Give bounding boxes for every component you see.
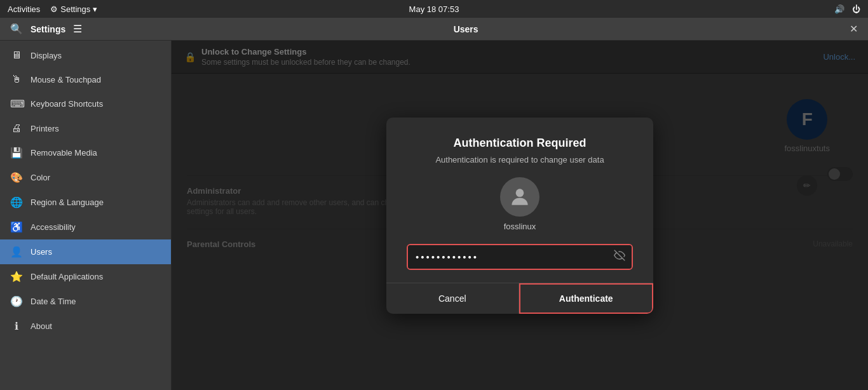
sidebar-item-removable-media[interactable]: 💾 Removable Media: [0, 140, 171, 165]
eye-toggle-button[interactable]: [614, 250, 625, 264]
displays-icon: 🖥: [10, 50, 23, 61]
about-icon: ℹ: [10, 320, 23, 332]
settings-menu[interactable]: ⚙ Settings ▾: [50, 4, 97, 14]
modal-overlay: Authentication Required Authentication i…: [172, 41, 868, 390]
top-bar-right: 🔊 ⏻: [834, 4, 860, 14]
close-button[interactable]: ✕: [850, 23, 858, 35]
top-bar-left: Activities ⚙ Settings ▾: [8, 4, 97, 14]
mouse-icon: 🖱: [10, 74, 23, 85]
power-icon[interactable]: ⏻: [852, 4, 860, 14]
content-area: 🖥 Displays 🖱 Mouse & Touchpad ⌨ Keyboard…: [0, 41, 868, 390]
modal-footer: Cancel Authenticate: [386, 283, 653, 314]
cancel-button[interactable]: Cancel: [386, 283, 519, 314]
accessibility-icon: ♿: [10, 221, 23, 233]
modal-body: Authentication Required Authentication i…: [386, 118, 653, 270]
sidebar-item-date-time[interactable]: 🕐 Date & Time: [0, 289, 171, 314]
settings-menu-label: Settings: [60, 4, 90, 14]
sidebar-item-label: Removable Media: [31, 148, 97, 158]
gear-icon: ⚙: [50, 4, 58, 14]
sidebar-item-label: Region & Language: [31, 198, 104, 207]
title-bar-left: 🔍 Settings ☰: [10, 23, 82, 35]
sidebar-item-keyboard[interactable]: ⌨ Keyboard Shortcuts: [0, 91, 171, 116]
sidebar-item-label: Color: [31, 173, 50, 182]
modal-subtitle: Authentication is required to change use…: [407, 155, 633, 165]
sidebar-item-label: Default Applications: [31, 272, 103, 281]
printer-icon: 🖨: [10, 123, 23, 134]
sidebar-item-label: Mouse & Touchpad: [31, 75, 101, 84]
modal-username: fosslinux: [407, 222, 633, 231]
eye-icon: [614, 252, 625, 263]
sound-icon: 🔊: [834, 4, 844, 14]
sidebar-item-label: Users: [31, 247, 52, 257]
sidebar-item-label: Displays: [31, 51, 62, 60]
user-silhouette-icon: [508, 185, 532, 209]
activities-button[interactable]: Activities: [8, 4, 40, 14]
password-input[interactable]: [408, 245, 632, 269]
datetime-icon: 🕐: [10, 295, 23, 307]
sidebar-item-label: Accessibility: [31, 222, 76, 232]
datetime-display: May 18 07:53: [409, 4, 459, 14]
sidebar: 🖥 Displays 🖱 Mouse & Touchpad ⌨ Keyboard…: [0, 41, 172, 390]
removable-icon: 💾: [10, 147, 23, 159]
sidebar-item-default-apps[interactable]: ⭐ Default Applications: [0, 264, 171, 289]
modal-title: Authentication Required: [407, 137, 633, 150]
password-field-wrapper: [407, 244, 633, 270]
auth-modal: Authentication Required Authentication i…: [386, 118, 653, 314]
sidebar-item-users[interactable]: 👤 Users: [0, 239, 171, 264]
sidebar-item-label: Printers: [31, 124, 59, 133]
region-icon: 🌐: [10, 196, 23, 208]
hamburger-icon[interactable]: ☰: [73, 23, 82, 35]
sidebar-item-about[interactable]: ℹ About: [0, 314, 171, 339]
sidebar-item-accessibility[interactable]: ♿ Accessibility: [0, 215, 171, 239]
settings-window: 🔍 Settings ☰ Users ✕ 🖥 Displays 🖱 Mouse …: [0, 18, 868, 390]
keyboard-icon: ⌨: [10, 98, 23, 110]
users-icon: 👤: [10, 246, 23, 258]
sidebar-item-color[interactable]: 🎨 Color: [0, 165, 171, 190]
search-icon[interactable]: 🔍: [10, 23, 23, 35]
sidebar-item-mouse-touchpad[interactable]: 🖱 Mouse & Touchpad: [0, 67, 171, 91]
default-apps-icon: ⭐: [10, 271, 23, 283]
svg-point-0: [516, 189, 524, 197]
main-panel: 🔒 Unlock to Change Settings Some setting…: [172, 41, 868, 390]
sidebar-item-region-language[interactable]: 🌐 Region & Language: [0, 190, 171, 215]
color-icon: 🎨: [10, 171, 23, 184]
authenticate-button[interactable]: Authenticate: [519, 283, 654, 314]
modal-avatar: [500, 177, 539, 217]
sidebar-item-printers[interactable]: 🖨 Printers: [0, 116, 171, 140]
sidebar-item-label: Date & Time: [31, 297, 76, 306]
top-bar: Activities ⚙ Settings ▾ May 18 07:53 🔊 ⏻: [0, 0, 868, 18]
panel-title: Users: [454, 24, 478, 34]
sidebar-item-label: Keyboard Shortcuts: [31, 99, 103, 109]
sidebar-item-label: About: [31, 321, 52, 331]
chevron-down-icon: ▾: [93, 4, 97, 14]
settings-title: Settings: [31, 24, 65, 34]
title-bar: 🔍 Settings ☰ Users ✕: [0, 18, 868, 41]
sidebar-item-displays[interactable]: 🖥 Displays: [0, 43, 171, 67]
